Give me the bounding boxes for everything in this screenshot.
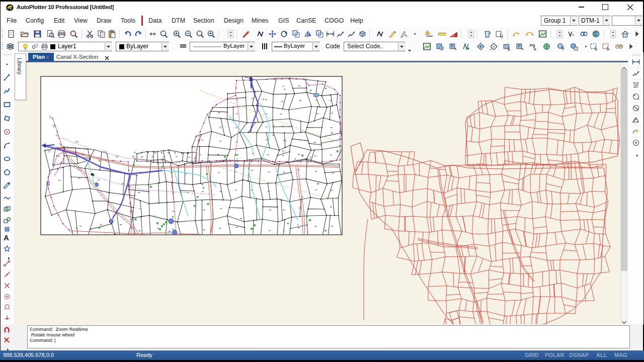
svg-text:PG: PG — [530, 43, 535, 48]
svg-text:X,Y,Z: X,Y,Z — [426, 33, 431, 35]
svg-text:n: n — [572, 33, 574, 37]
